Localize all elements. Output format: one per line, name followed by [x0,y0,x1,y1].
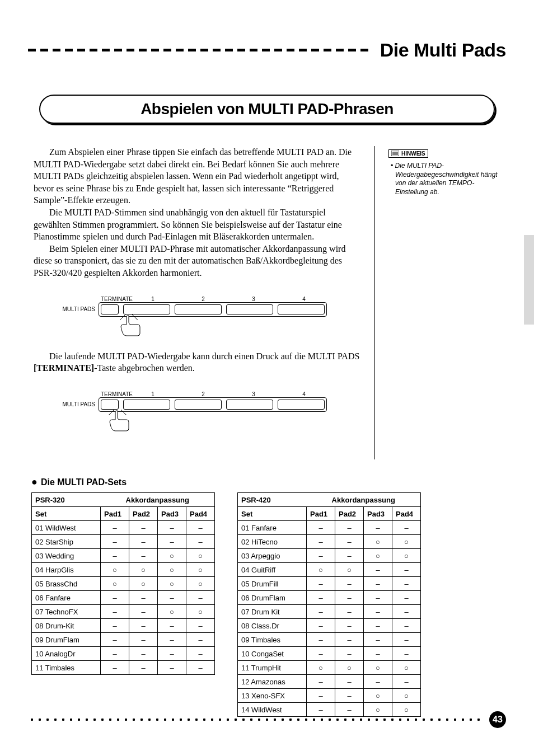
cell-pad: – [392,619,421,633]
label-3: 3 [228,296,279,302]
label-2: 2 [178,296,228,302]
cell-pad: – [186,661,215,675]
cell-pad: – [364,633,392,647]
label-terminate: TERMINATE [101,296,128,302]
cell-pad: – [158,619,186,633]
cell-pad: ○ [307,563,335,577]
pad-3-icon [226,304,273,314]
cell-set: 01 WildWest [32,521,101,535]
cell-pad: – [364,563,392,577]
cell-pad: – [129,633,158,647]
cell-pad: – [335,549,364,563]
cell-pad: ○ [392,549,421,563]
cell-pad: – [307,647,335,661]
section-title: Abspielen von MULTI PAD-Phrasen [40,100,494,118]
cell-pad: – [335,605,364,619]
cell-pad: – [186,633,215,647]
cell-pad: – [158,591,186,605]
table-row: 08 Class.Dr–––– [238,619,421,633]
table-row: 07 TechnoFX––○○ [32,605,215,619]
terminate-button-icon [101,304,119,314]
cell-pad: – [335,521,364,535]
row-label: MULTI PADS [50,306,99,312]
cell-pad: – [335,675,364,689]
cell-pad: – [307,521,335,535]
svg-line-2 [109,410,114,415]
cell-pad: – [158,521,186,535]
cell-pad: – [101,647,129,661]
svg-line-0 [120,314,125,320]
cell-pad: – [101,633,129,647]
cell-set: 03 Wedding [32,549,101,563]
cell-set: 04 GuitRiff [238,563,307,577]
col-pad3: Pad3 [158,507,186,521]
cell-pad: – [101,549,129,563]
cell-pad: – [186,591,215,605]
cell-set: 06 DrumFlam [238,591,307,605]
terminate-keyword: [TERMINATE] [34,363,94,373]
cell-set: 09 DrumFlam [32,633,101,647]
pad-1-icon [123,304,170,314]
main-column: Zum Abspielen einer Phrase tippen Sie ei… [28,146,375,459]
hinweis-badge: HINWEIS [388,149,428,158]
cell-pad: – [307,619,335,633]
cell-pad: – [392,563,421,577]
cell-pad: ○ [186,605,215,619]
table-row: 02 HiTecno––○○ [238,535,421,549]
label-1: 1 [128,391,178,397]
table-model: PSR-320 [32,493,101,507]
cell-pad: – [392,577,421,591]
table-row: 11 Timbales–––– [32,661,215,675]
cell-pad: – [158,661,186,675]
cell-pad: ○ [307,661,335,675]
cell-pad: – [335,633,364,647]
table-row: 05 DrumFill–––– [238,577,421,591]
cell-pad: – [186,521,215,535]
table-row: 01 WildWest–––– [32,521,215,535]
cell-pad: – [307,633,335,647]
cell-pad: – [364,521,392,535]
cell-set: 10 CongaSet [238,647,307,661]
cell-pad: – [392,633,421,647]
table-row: 10 CongaSet–––– [238,647,421,661]
cell-set: 08 Class.Dr [238,619,307,633]
cell-pad: ○ [335,661,364,675]
cell-pad: ○ [364,535,392,549]
table-psr-320: PSR-320 Akkordanpassung Set Pad1 Pad2 Pa… [31,492,215,675]
cell-set: 07 Drum Kit [238,605,307,619]
col-set: Set [32,507,101,521]
cell-set: 13 Xeno-SFX [238,689,307,703]
table-row: 03 Wedding––○○ [32,549,215,563]
pad-4-icon [278,304,325,314]
footer: 43 [28,711,506,728]
cell-pad: – [392,521,421,535]
table-row: 03 Arpeggio––○○ [238,549,421,563]
cell-pad: – [364,675,392,689]
cell-pad: ○ [101,563,129,577]
cell-pad: – [129,521,158,535]
cell-set: 05 DrumFill [238,577,307,591]
table-row: 13 Xeno-SFX––○○ [238,689,421,703]
cell-pad: – [392,605,421,619]
cell-pad: – [307,591,335,605]
col-pad4: Pad4 [392,507,421,521]
header-rule [28,49,369,51]
cell-set: 11 Timbales [32,661,101,675]
cell-set: 05 BrassChd [32,577,101,591]
cell-pad: ○ [364,661,392,675]
cell-pad: – [335,535,364,549]
col-pad4: Pad4 [186,507,215,521]
cell-pad: – [307,535,335,549]
label-2: 2 [178,391,228,397]
cell-pad: ○ [186,563,215,577]
col-pad2: Pad2 [335,507,364,521]
cell-pad: – [335,647,364,661]
cell-pad: – [186,535,215,549]
cell-pad: – [307,605,335,619]
cell-pad: – [129,591,158,605]
cell-pad: – [364,577,392,591]
hinweis-label-text: HINWEIS [401,151,425,157]
cell-pad: ○ [129,577,158,591]
paragraph-4a: Die laufende MULTI PAD-Wiedergabe kann d… [49,351,359,361]
cell-pad: ○ [158,605,186,619]
